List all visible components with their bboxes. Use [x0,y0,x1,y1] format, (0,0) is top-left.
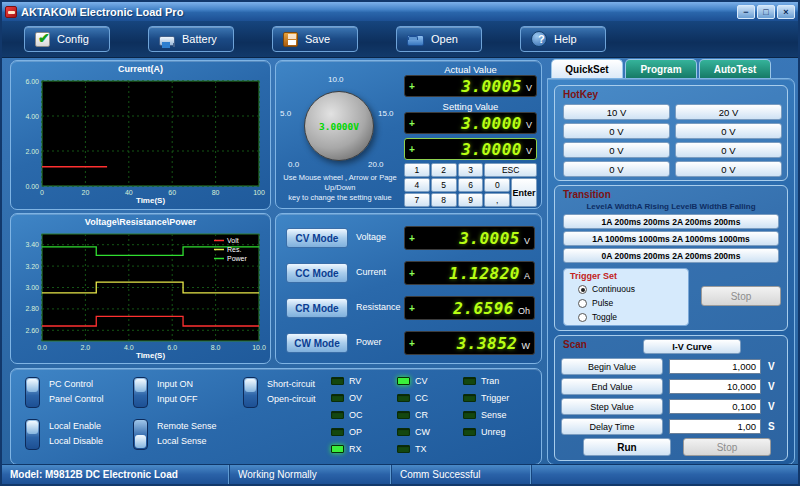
current-label: Current [356,267,402,277]
numeric-keypad: 1 2 3 ESC 4 5 6 0 Enter 7 8 9 , [404,163,537,207]
key-1[interactable]: 1 [404,163,430,177]
hotkey-button-6[interactable]: 0 V [675,142,782,158]
trigger-continuous-option[interactable]: Continuous [578,284,635,294]
indicator-cr: CR [397,410,428,420]
short-circuit-toggle[interactable] [243,377,258,408]
cw-mode-button[interactable]: CW Mode [286,333,348,353]
titlebar: AKTAKOM Electronic Load Pro − □ × [2,2,798,21]
end-value-row: End Value 10,000 V [555,378,787,395]
radio-icon[interactable] [578,285,587,294]
close-button[interactable]: × [777,5,795,19]
key-4[interactable]: 4 [404,178,430,192]
toolbar: Config Battery Save Open Help [2,21,798,58]
trigger-set-title: Trigger Set [570,271,617,281]
scan-stop-button[interactable]: Stop [683,438,771,456]
cc-led [397,394,410,402]
indicator-oc: OC [331,410,363,420]
remote-sense-toggle[interactable] [133,419,148,450]
tab-program[interactable]: Program [625,59,697,78]
end-value-label: End Value [561,378,663,395]
trigger-pulse-option[interactable]: Pulse [578,298,613,308]
window-controls: − □ × [737,5,795,19]
pc-control-toggle[interactable] [25,377,40,408]
knob-tick-10: 10.0 [328,75,344,84]
svg-text:2.0: 2.0 [81,344,91,351]
hotkey-button-1[interactable]: 10 V [563,104,670,120]
transition-preset-3[interactable]: 0A 200ms 200ms 2A 200ms 200ms [563,248,779,263]
radio-icon[interactable] [578,299,587,308]
save-button[interactable]: Save [272,26,358,52]
config-button[interactable]: Config [24,26,110,52]
transition-preset-2[interactable]: 1A 1000ms 1000ms 2A 1000ms 1000ms [563,231,779,246]
svg-text:10.0: 10.0 [252,344,266,351]
hotkey-button-2[interactable]: 20 V [675,104,782,120]
maximize-button[interactable]: □ [757,5,775,19]
key-5[interactable]: 5 [431,178,457,192]
indicator-trigger: Trigger [463,393,509,403]
knob-tick-0: 0.0 [288,160,299,169]
delay-time-label: Delay Time [561,418,663,435]
cr-led [397,411,410,419]
trigger-toggle-option[interactable]: Toggle [578,312,617,322]
indicator-cc: CC [397,393,428,403]
cw-led [397,428,410,436]
key-9[interactable]: 9 [458,193,484,207]
key-6[interactable]: 6 [458,178,484,192]
hotkey-button-7[interactable]: 0 V [563,161,670,177]
svg-text:2.60: 2.60 [25,327,39,334]
step-value-label: Step Value [561,398,663,415]
step-value-row: Step Value 0,100 V [555,398,787,415]
delay-time-field[interactable]: 1,00 [669,419,761,434]
cv-led [397,377,410,385]
transition-stop-button[interactable]: Stop [701,286,781,306]
transition-group: Transition LevelA WidthA Rising LevelB W… [554,185,788,331]
minimize-button[interactable]: − [737,5,755,19]
setting-knob[interactable]: 3.0000V [304,91,374,161]
tab-autotest[interactable]: AutoTest [699,59,771,78]
transition-preset-1[interactable]: 1A 200ms 200ms 2A 200ms 200ms [563,214,779,229]
battery-button[interactable]: Battery [148,26,234,52]
value-entry-display[interactable]: + 3.0000 V [404,138,537,160]
key-3[interactable]: 3 [458,163,484,177]
right-tabs: QuickSet Program AutoTest [551,59,771,78]
hotkey-button-3[interactable]: 0 V [563,123,670,139]
setting-hint: Use Mouse wheel , Arrow or Page Up/Down … [278,173,402,202]
input-on-off-toggle[interactable] [133,377,148,408]
iv-curve-button[interactable]: I-V Curve [643,339,741,354]
key-8[interactable]: 8 [431,193,457,207]
step-value-field[interactable]: 0,100 [669,399,761,414]
rx-led [331,445,344,453]
cc-mode-button[interactable]: CC Mode [286,263,348,283]
open-button[interactable]: Open [396,26,482,52]
svg-text:Power: Power [227,255,248,262]
help-button[interactable]: Help [520,26,606,52]
key-esc[interactable]: ESC [484,163,537,177]
status-comm: Comm Successful [392,465,532,484]
current-display: + 1.12820 A [404,261,535,285]
tab-quickset[interactable]: QuickSet [551,59,623,78]
key-0[interactable]: 0 [484,178,510,192]
cr-mode-button[interactable]: CR Mode [286,298,348,318]
current-chart: 0204060801006.004.002.000.00Time(S) [14,75,267,206]
run-button[interactable]: Run [583,438,671,456]
cc-mode-row: CC Mode Current + 1.12820 A [276,261,541,285]
trigger-set-box: Trigger Set Continuous Pulse Toggle [563,268,689,326]
indicator-tx: TX [397,444,427,454]
key-7[interactable]: 7 [404,193,430,207]
modes-panel: CV Mode Voltage + 3.0005 V CC Mode Curre… [275,213,542,364]
cv-mode-button[interactable]: CV Mode [286,228,348,248]
hotkey-button-4[interactable]: 0 V [675,123,782,139]
key-comma[interactable]: , [484,193,510,207]
hotkey-button-5[interactable]: 0 V [563,142,670,158]
trigger-led [463,394,476,402]
radio-icon[interactable] [578,313,587,322]
key-enter[interactable]: Enter [511,178,537,207]
resistance-display: + 2.6596 Oh [404,296,535,320]
end-value-field[interactable]: 10,000 [669,379,761,394]
hotkey-button-8[interactable]: 0 V [675,161,782,177]
svg-text:2.00: 2.00 [25,148,39,155]
begin-value-field[interactable]: 1,000 [669,359,761,374]
key-2[interactable]: 2 [431,163,457,177]
local-enable-toggle[interactable] [25,419,40,450]
right-panel: QuickSet Program AutoTest HotKey 10 V 20… [547,59,795,465]
